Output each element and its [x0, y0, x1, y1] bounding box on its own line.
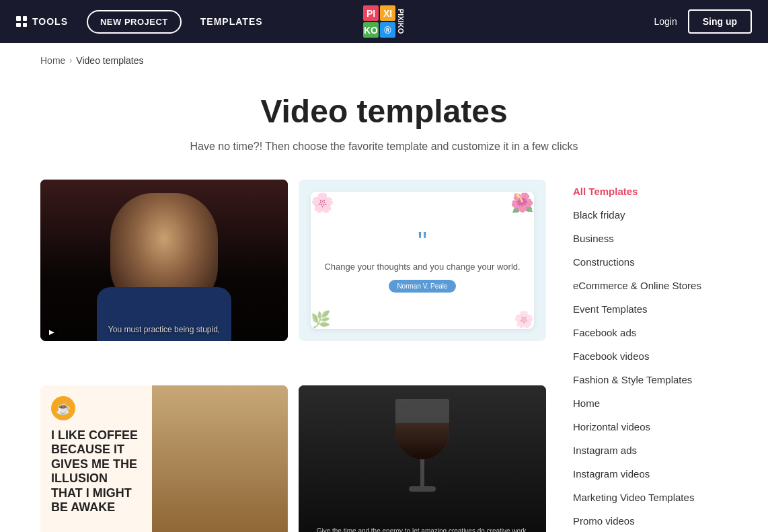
template-card-4[interactable]: Give the time and the energy to let amaz…	[299, 385, 546, 533]
sidebar-list: All Templates Black friday Business Cons…	[573, 180, 728, 532]
page-subtitle: Have no time?! Then choose the favorite …	[0, 141, 768, 153]
breadcrumb: Home › Video templates	[0, 43, 768, 66]
card-dark2-inner: Give the time and the energy to let amaz…	[299, 385, 546, 533]
floral-tr-icon: 🌺	[510, 192, 534, 214]
coffee-hand-bg	[152, 385, 288, 533]
card-coffee-right	[152, 385, 288, 533]
sidebar-item-all-templates[interactable]: All Templates	[573, 180, 728, 203]
breadcrumb-separator: ›	[69, 56, 72, 65]
floral-tl-icon: 🌸	[311, 192, 334, 214]
card-1-caption: You must practice being stupid,	[108, 325, 220, 334]
sidebar-item-constructions[interactable]: Constructions	[573, 250, 728, 274]
sidebar-item-fashion-style[interactable]: Fashion & Style Templates	[573, 368, 728, 391]
card-4-caption: Give the time and the energy to let amaz…	[311, 527, 533, 533]
sidebar-item-ecommerce[interactable]: eCommerce & Online Stores	[573, 274, 728, 297]
sidebar-item-marketing-video[interactable]: Marketing Video Templates	[573, 486, 728, 509]
card-person-bg: You must practice being stupid, ▶	[40, 180, 288, 341]
new-project-button[interactable]: NEW PROJECT	[87, 10, 182, 34]
logo-text: PIXIKO	[397, 9, 405, 34]
header-left: TOOLS NEW PROJECT TEMPLATES	[16, 10, 263, 34]
card-1-label: ▶	[46, 327, 58, 337]
floral-bl-icon: 🌿	[311, 310, 331, 329]
quote-mark: "	[418, 228, 427, 255]
glass-stem	[420, 459, 424, 486]
main-content: You must practice being stupid, ▶ 🌸 🌺 🌿 …	[0, 173, 768, 532]
page-title: Video templates	[0, 93, 768, 130]
quote-text: Change your thoughts and you change your…	[324, 260, 520, 274]
sidebar-item-promo-videos[interactable]: Promo videos	[573, 509, 728, 532]
logo[interactable]: PI XI KO ® PIXIKO	[363, 5, 405, 38]
header: TOOLS NEW PROJECT TEMPLATES PI XI KO ® P…	[0, 0, 768, 43]
template-card-2[interactable]: 🌸 🌺 🌿 🌸 " Change your thoughts and you c…	[299, 180, 546, 341]
sidebar-item-black-friday[interactable]: Black friday	[573, 203, 728, 227]
sidebar-item-horizontal-videos[interactable]: Horizontal videos	[573, 415, 728, 439]
glass-top	[395, 399, 449, 459]
breadcrumb-current: Video templates	[76, 55, 143, 66]
logo-pi: PI	[363, 5, 379, 21]
templates-nav-button[interactable]: TEMPLATES	[200, 16, 263, 27]
sidebar-item-facebook-ads[interactable]: Facebook ads	[573, 321, 728, 344]
sidebar-item-facebook-videos[interactable]: Facebook videos	[573, 344, 728, 368]
tools-button[interactable]: TOOLS	[16, 16, 68, 27]
coffee-text: I LIKE COFFEE BECAUSE IT GIVES ME THE IL…	[51, 428, 141, 516]
header-right: Login Sing up	[654, 9, 752, 34]
sidebar-item-instagram-videos[interactable]: Instagram videos	[573, 462, 728, 486]
quote-author: Norman V. Peale	[389, 280, 455, 293]
floral-br-icon: 🌸	[514, 310, 534, 329]
sidebar-item-home[interactable]: Home	[573, 391, 728, 415]
tools-label: TOOLS	[32, 16, 68, 27]
card-coffee-left: ☕ I LIKE COFFEE BECAUSE IT GIVES ME THE …	[40, 385, 152, 533]
login-button[interactable]: Login	[654, 16, 677, 27]
template-card-3[interactable]: ☕ I LIKE COFFEE BECAUSE IT GIVES ME THE …	[40, 385, 288, 533]
card-floral-inner: 🌸 🌺 🌿 🌸 " Change your thoughts and you c…	[311, 192, 533, 329]
templates-grid: You must practice being stupid, ▶ 🌸 🌺 🌿 …	[40, 180, 573, 532]
sidebar-item-business[interactable]: Business	[573, 227, 728, 250]
logo-xi: XI	[380, 5, 395, 21]
breadcrumb-home[interactable]: Home	[40, 55, 65, 66]
sidebar-item-event-templates[interactable]: Event Templates	[573, 297, 728, 321]
sidebar-item-instagram-ads[interactable]: Instagram ads	[573, 439, 728, 462]
logo-box: PI XI KO ®	[363, 5, 395, 38]
coffee-icon: ☕	[51, 396, 75, 420]
glass-liquid	[395, 423, 449, 459]
template-card-1[interactable]: You must practice being stupid, ▶	[40, 180, 288, 341]
sidebar: All Templates Black friday Business Cons…	[573, 180, 728, 532]
page-hero: Video templates Have no time?! Then choo…	[0, 66, 768, 173]
logo-ko: KO	[363, 22, 379, 38]
wine-glass-icon	[395, 399, 449, 500]
signup-button[interactable]: Sing up	[688, 9, 752, 34]
grid-icon	[16, 16, 27, 27]
logo-r: ®	[380, 22, 395, 38]
glass-base	[409, 486, 436, 492]
